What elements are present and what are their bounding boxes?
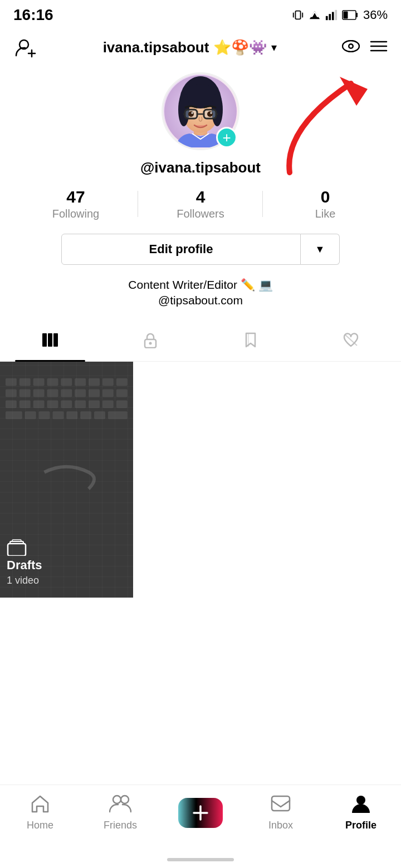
svg-rect-65	[6, 400, 17, 408]
bottom-nav: Home Friends Inbox	[0, 785, 401, 840]
home-indicator	[167, 858, 234, 861]
tab-liked[interactable]	[301, 323, 401, 361]
svg-rect-58	[33, 389, 45, 397]
bookmark-icon	[243, 332, 258, 352]
more-options-button[interactable]: ▼	[301, 234, 340, 265]
svg-rect-56	[6, 389, 17, 397]
friends-label: Friends	[104, 820, 137, 831]
svg-rect-9	[343, 12, 348, 19]
likes-count: 0	[321, 188, 330, 206]
svg-rect-7	[335, 10, 337, 20]
battery-percent: 36%	[363, 8, 388, 22]
profile-section: + @ivana.tipsabout 47 Following 4 Follow…	[0, 67, 401, 318]
svg-rect-74	[6, 411, 22, 419]
likes-stat[interactable]: 0 Like	[263, 188, 388, 220]
nav-item-add[interactable]	[160, 798, 241, 828]
lock-icon	[143, 332, 158, 352]
tab-private[interactable]	[100, 323, 200, 361]
svg-rect-42	[53, 333, 58, 347]
svg-rect-78	[66, 411, 77, 419]
svg-rect-10	[356, 13, 358, 17]
svg-rect-54	[102, 378, 114, 386]
add-user-button[interactable]	[13, 35, 38, 60]
svg-rect-71	[89, 400, 100, 408]
svg-rect-67	[33, 400, 45, 408]
bio-line2[interactable]: @tipsabout.com	[128, 294, 272, 307]
svg-rect-80	[94, 411, 105, 419]
svg-point-86	[121, 796, 129, 803]
status-bar: 16:16 36%	[0, 0, 401, 28]
username-area[interactable]: ivana.tipsabout ⭐🍄👾 ▾	[38, 39, 342, 56]
following-count: 47	[66, 188, 85, 206]
action-buttons: Edit profile ▼	[61, 234, 340, 265]
svg-rect-49	[33, 378, 45, 386]
avatar-container: +	[162, 72, 239, 150]
svg-point-36	[188, 111, 194, 117]
draft-label: Drafts	[7, 558, 42, 573]
tab-videos[interactable]	[0, 323, 100, 361]
nav-item-profile[interactable]: Profile	[321, 794, 401, 831]
svg-rect-76	[39, 411, 50, 419]
profile-nav-label: Profile	[345, 820, 376, 831]
svg-rect-75	[25, 411, 36, 419]
svg-rect-59	[47, 389, 58, 397]
followers-count: 4	[196, 188, 206, 206]
inbox-label: Inbox	[268, 820, 293, 831]
svg-rect-82	[8, 544, 26, 556]
nav-item-home[interactable]: Home	[0, 794, 80, 831]
svg-point-39	[211, 112, 212, 114]
following-stat[interactable]: 47 Following	[13, 188, 138, 220]
stats-row: 47 Following 4 Followers 0 Like	[13, 188, 388, 220]
tab-bookmarks[interactable]	[200, 323, 301, 361]
draft-overlay: Drafts 1 video	[0, 530, 133, 598]
draft-video-thumb[interactable]: Drafts 1 video	[0, 362, 133, 598]
friends-icon	[109, 794, 131, 817]
dropdown-triangle-icon: ▼	[315, 244, 325, 255]
followers-stat[interactable]: 4 Followers	[138, 188, 263, 220]
following-label: Following	[52, 208, 99, 220]
svg-rect-70	[75, 400, 86, 408]
add-post-button[interactable]	[178, 798, 223, 828]
profile-handle: @ivana.tipsabout	[140, 159, 261, 176]
followers-label: Followers	[177, 208, 224, 220]
svg-rect-66	[19, 400, 31, 408]
svg-rect-52	[75, 378, 86, 386]
svg-rect-81	[108, 411, 128, 419]
svg-rect-55	[116, 378, 128, 386]
svg-rect-61	[75, 389, 86, 397]
home-label: Home	[27, 820, 53, 831]
nav-item-inbox[interactable]: Inbox	[241, 794, 321, 831]
heart-outline-icon	[343, 332, 359, 352]
edit-profile-button[interactable]: Edit profile	[61, 234, 301, 265]
visibility-icon[interactable]	[342, 38, 360, 56]
svg-rect-5	[329, 14, 331, 20]
status-icons: 36%	[292, 8, 388, 22]
svg-rect-84	[12, 540, 21, 541]
svg-rect-53	[89, 378, 100, 386]
svg-point-90	[356, 796, 365, 805]
username-emojis: ⭐🍄👾	[213, 39, 267, 56]
nav-item-friends[interactable]: Friends	[80, 794, 160, 831]
hamburger-menu-icon[interactable]	[370, 38, 388, 56]
svg-rect-68	[47, 400, 58, 408]
bio-section: Content Writer/Editor ✏️ 💻 @tipsabout.co…	[128, 276, 272, 307]
svg-rect-57	[19, 389, 31, 397]
username-dropdown-arrow[interactable]: ▾	[271, 41, 277, 54]
svg-rect-0	[295, 11, 300, 19]
svg-rect-79	[80, 411, 91, 419]
svg-rect-64	[116, 389, 128, 397]
svg-rect-41	[48, 333, 52, 347]
inbox-icon	[271, 794, 291, 817]
svg-rect-89	[272, 796, 290, 811]
video-grid: Drafts 1 video	[0, 362, 401, 598]
grid-icon	[42, 333, 58, 351]
status-time: 16:16	[13, 6, 53, 24]
svg-rect-72	[102, 400, 114, 408]
signal-icon	[325, 9, 338, 21]
svg-rect-48	[19, 378, 31, 386]
battery-icon	[342, 9, 359, 21]
drafts-stack-icon	[7, 539, 27, 556]
svg-rect-6	[332, 12, 334, 21]
svg-rect-51	[61, 378, 72, 386]
add-to-profile-button[interactable]: +	[216, 127, 237, 148]
